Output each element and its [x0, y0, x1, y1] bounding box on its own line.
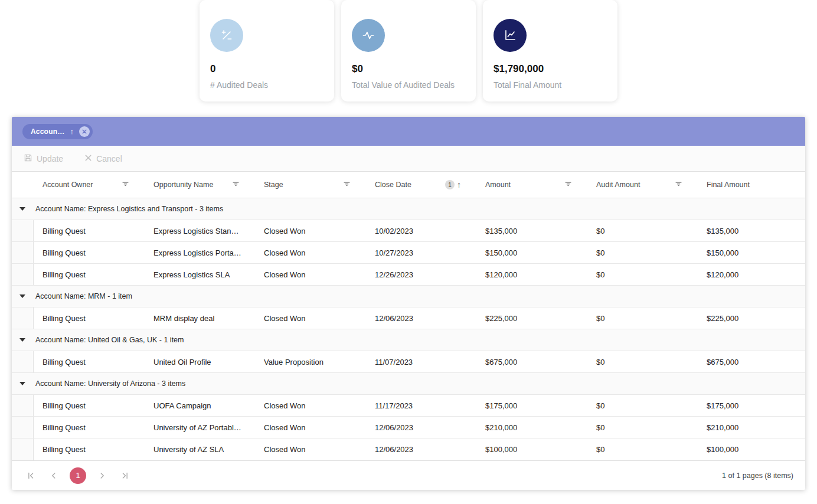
grid-cell-audit-amount[interactable]: $0 — [587, 242, 698, 263]
grid-cell-close-date[interactable]: 11/17/2023 — [366, 395, 476, 416]
stat-label: Total Value of Audited Deals — [352, 80, 465, 90]
grid-cell-opportunity-name[interactable]: University of AZ SLA — [145, 438, 255, 460]
grid-cell-amount[interactable]: $210,000 — [476, 417, 587, 438]
grid-cell-stage[interactable]: Closed Won — [255, 438, 366, 460]
grid-row[interactable]: Billing QuestExpress Logistics Porta…Clo… — [12, 242, 805, 264]
caret-down-icon[interactable] — [19, 294, 25, 298]
grid-cell-amount[interactable]: $175,000 — [476, 395, 587, 416]
grid-row[interactable]: Billing QuestExpress Logistics SLAClosed… — [12, 264, 805, 286]
sort-asc-icon: ↑ — [457, 181, 461, 189]
grid-cell-account-owner[interactable]: Billing Quest — [34, 351, 145, 372]
grid-cell-audit-amount[interactable]: $0 — [587, 264, 698, 285]
grid-cell-stage[interactable]: Closed Won — [255, 264, 366, 285]
caret-down-icon[interactable] — [19, 338, 25, 342]
grid-cell-opportunity-name[interactable]: MRM display deal — [145, 307, 255, 329]
grid-cell-opportunity-name[interactable]: Express Logistics Porta… — [145, 242, 255, 263]
filter-icon[interactable] — [675, 180, 682, 189]
grid-cell-amount[interactable]: $225,000 — [476, 307, 587, 329]
grid-cell-final-amount[interactable]: $175,000 — [698, 395, 805, 416]
grid-cell-amount[interactable]: $150,000 — [476, 242, 587, 263]
grid-cell-close-date[interactable]: 12/06/2023 — [366, 417, 476, 438]
grid-cell-stage[interactable]: Closed Won — [255, 417, 366, 438]
pager-first-button[interactable] — [24, 469, 38, 483]
grid-cell-account-owner[interactable]: Billing Quest — [34, 438, 145, 460]
grid-cell-stage[interactable]: Closed Won — [255, 242, 366, 263]
grid-cell-account-owner[interactable]: Billing Quest — [34, 395, 145, 416]
caret-down-icon[interactable] — [19, 207, 25, 211]
grid-cell-audit-amount[interactable]: $0 — [587, 417, 698, 438]
cancel-x-icon — [84, 154, 92, 163]
grid-cell-amount[interactable]: $135,000 — [476, 220, 587, 241]
pager-page-1-button[interactable]: 1 — [70, 467, 86, 484]
grid-cell-stage[interactable]: Closed Won — [255, 220, 366, 241]
grid-cell-final-amount[interactable]: $120,000 — [698, 264, 805, 285]
pager-last-button[interactable] — [118, 469, 132, 483]
grid-cell-opportunity-name[interactable]: United Oil Profile — [145, 351, 255, 372]
grid-cell-final-amount[interactable]: $100,000 — [698, 438, 805, 460]
grid-row[interactable]: Billing QuestExpress Logistics Stan…Clos… — [12, 220, 805, 242]
grid-cell-close-date[interactable]: 10/27/2023 — [366, 242, 476, 263]
pager-prev-button[interactable] — [47, 469, 61, 483]
column-label: Account Owner — [43, 181, 93, 189]
grid-cell-final-amount[interactable]: $675,000 — [698, 351, 805, 372]
grid-cell-close-date[interactable]: 12/06/2023 — [366, 307, 476, 329]
filter-icon[interactable] — [564, 180, 572, 189]
grid-cell-audit-amount[interactable]: $0 — [587, 307, 698, 329]
grid-cell-amount[interactable]: $120,000 — [476, 264, 587, 285]
group-panel: Accoun… ↑ — [12, 117, 805, 146]
grid-cell-close-date[interactable]: 12/06/2023 — [366, 438, 476, 460]
grid-cell-opportunity-name[interactable]: UOFA Campaign — [145, 395, 255, 416]
caret-down-icon[interactable] — [19, 382, 25, 385]
cancel-button[interactable]: Cancel — [81, 152, 126, 166]
grid-row[interactable]: Billing QuestUniversity of AZ Portabl…Cl… — [12, 417, 805, 438]
grid-cell-final-amount[interactable]: $210,000 — [698, 417, 805, 438]
grid-cell-audit-amount[interactable]: $0 — [587, 438, 698, 460]
pager-next-button[interactable] — [95, 469, 109, 483]
grid-cell-close-date[interactable]: 11/07/2023 — [366, 351, 476, 372]
grid-cell-amount[interactable]: $675,000 — [476, 351, 587, 372]
grid-row[interactable]: Billing QuestUOFA CampaignClosed Won11/1… — [12, 395, 805, 417]
column-header-stage[interactable]: Stage — [255, 172, 366, 198]
chip-close-icon[interactable] — [79, 126, 90, 137]
column-header-final-amount[interactable]: Final Amount — [698, 172, 805, 198]
grid-cell-account-owner[interactable]: Billing Quest — [34, 242, 145, 263]
filter-icon[interactable] — [122, 180, 129, 189]
grid-cell-final-amount[interactable]: $225,000 — [698, 307, 805, 329]
grid-cell-final-amount[interactable]: $150,000 — [698, 242, 805, 263]
group-chip-account-name[interactable]: Accoun… ↑ — [22, 124, 93, 139]
stat-label: Total Final Amount — [494, 80, 607, 90]
grid-row[interactable]: Billing QuestUniversity of AZ SLAClosed … — [12, 438, 805, 460]
grid-cell-stage[interactable]: Value Proposition — [255, 351, 366, 372]
grid-row[interactable]: Billing QuestMRM display dealClosed Won1… — [12, 307, 805, 329]
column-header-audit-amount[interactable]: Audit Amount — [587, 172, 698, 198]
column-header-amount[interactable]: Amount — [476, 172, 587, 198]
filter-icon[interactable] — [232, 180, 240, 189]
group-indent-cell — [12, 438, 34, 460]
grid-cell-audit-amount[interactable]: $0 — [587, 395, 698, 416]
grid-cell-close-date[interactable]: 10/02/2023 — [366, 220, 476, 241]
grid-cell-stage[interactable]: Closed Won — [255, 307, 366, 329]
column-header-opportunity-name[interactable]: Opportunity Name — [145, 172, 255, 198]
filter-icon[interactable] — [343, 180, 351, 189]
update-button[interactable]: Update — [20, 151, 67, 166]
deals-grid: Accoun… ↑ Update Cancel Account OwnerOpp… — [12, 117, 805, 490]
grid-cell-audit-amount[interactable]: $0 — [587, 351, 698, 372]
grid-cell-opportunity-name[interactable]: University of AZ Portabl… — [145, 417, 255, 438]
grid-cell-audit-amount[interactable]: $0 — [587, 220, 698, 241]
grid-cell-close-date[interactable]: 12/26/2023 — [366, 264, 476, 285]
grid-row[interactable]: Billing QuestUnited Oil ProfileValue Pro… — [12, 351, 805, 373]
grid-cell-account-owner[interactable]: Billing Quest — [34, 417, 145, 438]
group-label: Account Name: University of Arizona - 3 … — [35, 379, 185, 388]
grid-cell-account-owner[interactable]: Billing Quest — [34, 220, 145, 241]
grid-cell-opportunity-name[interactable]: Express Logistics Stan… — [145, 220, 255, 241]
grid-cell-stage[interactable]: Closed Won — [255, 395, 366, 416]
grid-cell-account-owner[interactable]: Billing Quest — [34, 264, 145, 285]
column-header-icons — [343, 180, 351, 189]
grid-cell-account-owner[interactable]: Billing Quest — [34, 307, 145, 329]
grid-cell-final-amount[interactable]: $135,000 — [698, 220, 805, 241]
sort-asc-icon[interactable]: ↑ — [70, 127, 74, 135]
column-header-close-date[interactable]: Close Date1↑ — [366, 172, 476, 198]
column-header-account-owner[interactable]: Account Owner — [34, 172, 145, 198]
grid-cell-opportunity-name[interactable]: Express Logistics SLA — [145, 264, 255, 285]
grid-cell-amount[interactable]: $100,000 — [476, 438, 587, 460]
